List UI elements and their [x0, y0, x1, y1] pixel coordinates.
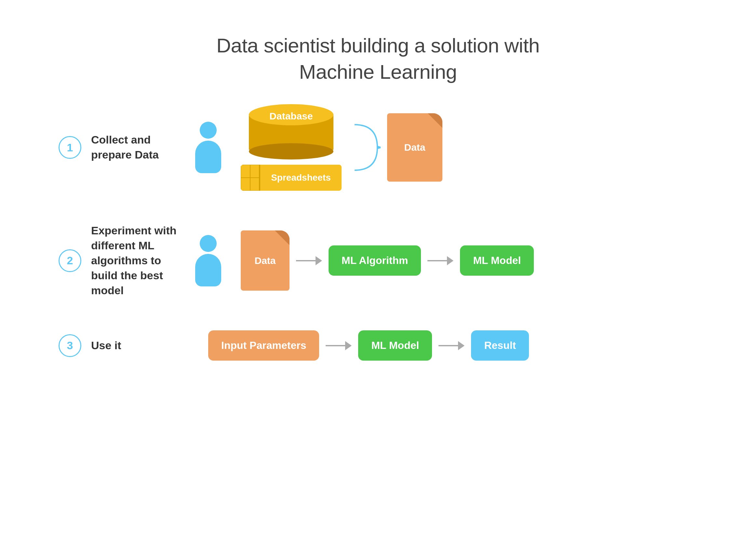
bracket-arrow-1 — [351, 115, 380, 180]
svg-marker-0 — [378, 146, 380, 149]
ml-model-label-2: ML Model — [473, 254, 521, 267]
arrow-head-2b — [447, 256, 453, 265]
arrow-3a — [326, 341, 352, 350]
data-file-1: Data — [387, 113, 442, 182]
spreadsheet-shape: Spreadsheets — [241, 165, 341, 191]
step-1-number: 1 — [59, 136, 81, 159]
arrow-head-3b — [458, 341, 465, 350]
ss-cell-4 — [250, 178, 260, 191]
data-input-label: Data — [254, 255, 276, 266]
input-params-box: Input Parameters — [208, 330, 319, 361]
spreadsheet-grid — [241, 165, 260, 191]
step-3-label: Use it — [91, 338, 182, 353]
step-2-row: 2 Experiment with different ML algorithm… — [59, 223, 697, 298]
bracket-arrow-svg — [351, 115, 380, 180]
diagram-container: 1 Collect and prepare Data Database — [0, 104, 756, 361]
ml-model-box-3: ML Model — [358, 330, 432, 361]
ss-cell-1 — [241, 165, 250, 178]
step-3-row: 3 Use it Input Parameters ML Model Resul… — [59, 330, 697, 361]
arrow-2a — [296, 256, 322, 265]
person-body-2 — [195, 254, 221, 287]
person-body-1 — [195, 140, 221, 173]
db-bottom-ellipse — [249, 143, 333, 159]
result-box: Result — [471, 330, 529, 361]
step-1-row: 1 Collect and prepare Data Database — [59, 104, 697, 191]
input-params-label: Input Parameters — [221, 340, 306, 351]
person-figure-1 — [195, 122, 221, 173]
ml-algorithm-box: ML Algorithm — [328, 245, 421, 276]
step-1-label: Collect and prepare Data — [91, 133, 182, 162]
ss-cell-3 — [241, 178, 250, 191]
person-head-2 — [200, 235, 217, 252]
arrow-head-3a — [345, 341, 352, 350]
person-figure-2 — [195, 235, 221, 287]
ss-cell-2 — [250, 165, 260, 178]
page-title: Data scientist building a solution with … — [0, 0, 756, 85]
sources-block: Database Spreadsheets — [241, 104, 341, 191]
arrow-head-2a — [316, 256, 322, 265]
step-3-number: 3 — [59, 334, 81, 357]
db-top-ellipse: Database — [249, 104, 333, 125]
step-2-label: Experiment with different ML algorithms … — [91, 223, 182, 298]
arrow-line-3a — [326, 345, 345, 346]
spreadsheets-label: Spreadsheets — [260, 173, 341, 183]
arrow-3b — [438, 341, 465, 350]
arrow-line-2b — [428, 260, 447, 261]
data-file-2: Data — [241, 231, 289, 291]
database-label: Database — [269, 111, 313, 122]
ml-algorithm-label: ML Algorithm — [341, 254, 408, 267]
data-file-label-1: Data — [404, 142, 425, 153]
database-shape: Database — [249, 104, 333, 159]
ml-model-box-2: ML Model — [460, 245, 534, 276]
arrow-line-3b — [438, 345, 458, 346]
result-label: Result — [484, 340, 516, 351]
step-2-number: 2 — [59, 249, 81, 272]
ml-model-label-3: ML Model — [371, 340, 419, 351]
arrow-line-2a — [296, 260, 316, 261]
arrow-2b — [428, 256, 453, 265]
person-head-1 — [200, 122, 217, 139]
